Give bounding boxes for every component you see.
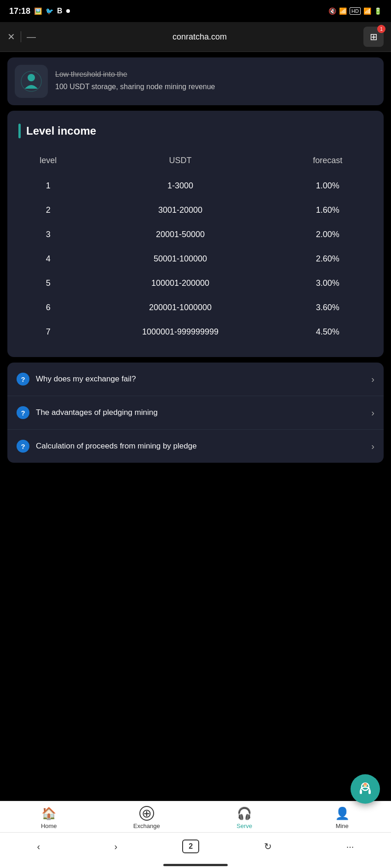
mine-icon: 👤 xyxy=(335,806,350,821)
home-bar xyxy=(163,864,228,866)
browser-divider xyxy=(21,31,21,42)
serve-icon: 🎧 xyxy=(237,806,252,821)
top-card: Low threshold into the 100 USDT storage,… xyxy=(7,57,384,105)
table-row: 1 1-3000 1.00% xyxy=(18,174,373,198)
back-button[interactable]: ‹ xyxy=(28,839,50,855)
home-icon: 🏠 xyxy=(41,806,56,821)
cell-forecast: 2.60% xyxy=(283,247,373,271)
exchange-icon: ⊕ xyxy=(139,806,154,821)
cell-level: 2 xyxy=(18,198,78,222)
faq-item-2[interactable]: ? The advantages of pledging mining › xyxy=(7,396,384,430)
cell-usdt: 1000001-999999999 xyxy=(78,320,283,344)
home-indicator xyxy=(0,860,391,868)
faq-text: Why does my exchange fail? xyxy=(36,374,371,384)
status-time: 17:18 🖼️ 🐦 B xyxy=(9,6,70,16)
top-card-icon xyxy=(15,65,48,98)
status-dot xyxy=(66,9,70,13)
faq-question-icon: ? xyxy=(17,373,29,386)
cell-forecast: 2.00% xyxy=(283,222,373,247)
cell-usdt: 200001-1000000 xyxy=(78,295,283,320)
cell-level: 1 xyxy=(18,174,78,198)
col-level: level xyxy=(18,151,78,174)
cell-forecast: 4.50% xyxy=(283,320,373,344)
section-accent-bar xyxy=(18,124,21,138)
cell-forecast: 1.60% xyxy=(283,198,373,222)
nav-label-mine: Mine xyxy=(336,823,349,829)
top-card-description: 100 USDT storage, sharing node mining re… xyxy=(55,81,376,92)
faq-item-3[interactable]: ? Calculation of proceeds from mining by… xyxy=(7,430,384,463)
browser-minimize-button[interactable]: — xyxy=(27,32,36,42)
faq-text: The advantages of pledging mining xyxy=(36,408,371,417)
forward-button[interactable]: › xyxy=(105,839,126,855)
reload-button[interactable]: ↻ xyxy=(255,838,281,855)
faq-arrow-icon: › xyxy=(371,441,374,452)
faq-section: ? Why does my exchange fail? › ? The adv… xyxy=(7,363,384,463)
faq-arrow-icon: › xyxy=(371,374,374,385)
cell-usdt: 20001-50000 xyxy=(78,222,283,247)
browser-close-button[interactable]: ✕ xyxy=(7,31,15,42)
cell-forecast: 3.60% xyxy=(283,295,373,320)
svg-rect-3 xyxy=(360,790,362,794)
browser-bar: ✕ — conratcha.com ⊞ 1 xyxy=(0,22,391,52)
page-indicator-button[interactable]: 2 xyxy=(182,840,199,853)
nav-item-serve[interactable]: 🎧 Serve xyxy=(226,806,263,829)
faq-question-icon: ? xyxy=(17,406,29,419)
faq-question-icon: ? xyxy=(17,440,29,453)
system-nav: ‹ › 2 ↻ ··· xyxy=(0,832,391,860)
table-row: 7 1000001-999999999 4.50% xyxy=(18,320,373,344)
table-row: 4 50001-100000 2.60% xyxy=(18,247,373,271)
nav-label-serve: Serve xyxy=(236,823,252,829)
svg-rect-4 xyxy=(368,790,371,794)
nav-label-exchange: Exchange xyxy=(133,823,160,829)
status-icons: 🔇 📶 HD 📶 🔋 xyxy=(328,7,382,15)
cell-usdt: 1-3000 xyxy=(78,174,283,198)
section-header: Level income xyxy=(18,124,373,138)
headset-icon xyxy=(356,780,374,798)
table-header-row: level USDT forecast xyxy=(18,151,373,174)
level-income-card: Level income level USDT forecast 1 1-300… xyxy=(7,111,384,357)
cell-usdt: 50001-100000 xyxy=(78,247,283,271)
level-income-title: Level income xyxy=(26,125,96,137)
col-forecast: forecast xyxy=(283,151,373,174)
cell-level: 7 xyxy=(18,320,78,344)
table-row: 6 200001-1000000 3.60% xyxy=(18,295,373,320)
faq-text: Calculation of proceeds from mining by p… xyxy=(36,442,371,451)
cell-forecast: 3.00% xyxy=(283,271,373,295)
cell-level: 5 xyxy=(18,271,78,295)
browser-action-button[interactable]: ⊞ 1 xyxy=(363,27,384,47)
support-chat-button[interactable] xyxy=(351,774,380,804)
bottom-nav: 🏠 Home ⊕ Exchange 🎧 Serve 👤 Mine xyxy=(0,801,391,832)
faq-item-1[interactable]: ? Why does my exchange fail? › xyxy=(7,363,384,396)
browser-badge: 1 xyxy=(377,25,385,33)
table-row: 3 20001-50000 2.00% xyxy=(18,222,373,247)
brand-logo-icon xyxy=(20,70,42,92)
level-income-table: level USDT forecast 1 1-3000 1.00% 2 300… xyxy=(18,151,373,344)
table-row: 2 3001-20000 1.60% xyxy=(18,198,373,222)
main-content: Low threshold into the 100 USDT storage,… xyxy=(0,52,391,801)
faq-arrow-icon: › xyxy=(371,408,374,418)
col-usdt: USDT xyxy=(78,151,283,174)
table-row: 5 100001-200000 3.00% xyxy=(18,271,373,295)
cell-level: 3 xyxy=(18,222,78,247)
nav-item-exchange[interactable]: ⊕ Exchange xyxy=(128,806,165,829)
cell-level: 6 xyxy=(18,295,78,320)
cell-usdt: 100001-200000 xyxy=(78,271,283,295)
svg-point-0 xyxy=(28,74,35,81)
browser-url-bar[interactable]: conratcha.com xyxy=(41,32,358,42)
nav-label-home: Home xyxy=(41,823,57,829)
nav-item-home[interactable]: 🏠 Home xyxy=(30,806,67,829)
cell-usdt: 3001-20000 xyxy=(78,198,283,222)
nav-item-mine[interactable]: 👤 Mine xyxy=(324,806,361,829)
cell-forecast: 1.00% xyxy=(283,174,373,198)
status-bar: 17:18 🖼️ 🐦 B 🔇 📶 HD 📶 🔋 xyxy=(0,0,391,22)
top-card-title: Low threshold into the xyxy=(55,70,376,79)
top-card-text: Low threshold into the 100 USDT storage,… xyxy=(55,70,376,92)
cell-level: 4 xyxy=(18,247,78,271)
more-button[interactable]: ··· xyxy=(337,839,363,855)
svg-point-6 xyxy=(364,783,367,785)
